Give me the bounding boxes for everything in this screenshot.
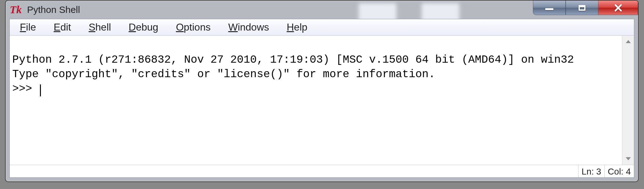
window-title: Python Shell <box>27 4 80 15</box>
caption-buttons <box>533 1 638 15</box>
menu-debug[interactable]: Debug <box>120 19 167 35</box>
python-shell-window: Tk Python Shell File Edit Shell Debug Op… <box>5 0 639 182</box>
menu-windows[interactable]: Windows <box>219 19 278 35</box>
text-cursor <box>40 84 41 96</box>
scroll-down-button[interactable] <box>622 153 634 165</box>
menu-bar: File Edit Shell Debug Options Windows He… <box>10 19 634 36</box>
minimize-button[interactable] <box>533 1 566 15</box>
shell-text-area[interactable]: Python 2.7.1 (r271:86832, Nov 27 2010, 1… <box>10 36 622 165</box>
chevron-up-icon <box>625 38 631 45</box>
status-bar: Ln: 3 Col: 4 <box>10 165 634 177</box>
chevron-down-icon <box>625 156 631 162</box>
banner-line-2: Type "copyright", "credits" or "license(… <box>12 68 435 81</box>
shell-prompt: >>> <box>12 83 39 95</box>
maximize-button[interactable] <box>566 1 598 15</box>
status-col: Col: 4 <box>604 165 634 177</box>
menu-options[interactable]: Options <box>167 19 219 35</box>
status-line: Ln: 3 <box>578 165 604 177</box>
close-button[interactable] <box>598 1 638 15</box>
menu-edit[interactable]: Edit <box>45 19 80 35</box>
menu-help[interactable]: Help <box>278 19 316 35</box>
banner-line-1: Python 2.7.1 (r271:86832, Nov 27 2010, 1… <box>12 54 574 66</box>
close-icon <box>614 3 623 12</box>
editor-row: Python 2.7.1 (r271:86832, Nov 27 2010, 1… <box>10 36 634 165</box>
tk-icon: Tk <box>9 3 23 17</box>
title-bar[interactable]: Tk Python Shell <box>6 1 638 19</box>
maximize-icon <box>579 5 585 11</box>
minimize-icon <box>545 8 553 10</box>
client-area: File Edit Shell Debug Options Windows He… <box>9 19 634 178</box>
menu-shell[interactable]: Shell <box>80 19 120 35</box>
menu-file[interactable]: File <box>11 19 45 35</box>
scroll-up-button[interactable] <box>622 36 634 48</box>
vertical-scrollbar[interactable] <box>622 36 634 165</box>
